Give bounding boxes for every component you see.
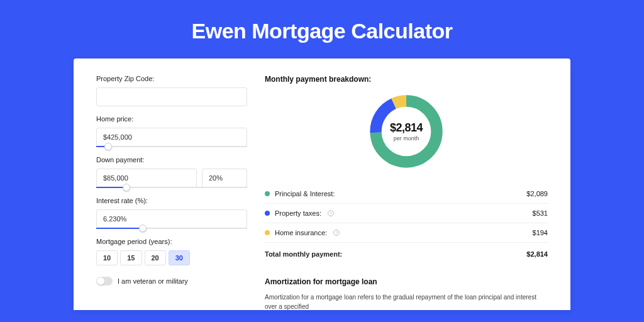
- legend-value: $531: [533, 209, 548, 217]
- amortization-text: Amortization for a mortgage loan refers …: [265, 292, 548, 310]
- period-btn-10[interactable]: 10: [96, 250, 118, 265]
- legend-dot: [265, 211, 270, 216]
- rate-field: Interest rate (%):: [96, 197, 247, 229]
- period-options: 10152030: [96, 250, 247, 265]
- legend-label-text: Home insurance:: [275, 229, 327, 236]
- veteran-toggle[interactable]: [96, 277, 113, 286]
- slider-fill: [96, 228, 143, 229]
- info-icon[interactable]: ?: [333, 230, 340, 236]
- calculator-card: Property Zip Code: Home price: Down paym…: [74, 58, 570, 310]
- home-price-label: Home price:: [96, 115, 247, 123]
- period-btn-15[interactable]: 15: [120, 250, 142, 265]
- down-payment-input[interactable]: [96, 169, 197, 187]
- zip-label: Property Zip Code:: [96, 75, 247, 82]
- legend-label: Principal & Interest:: [265, 190, 335, 197]
- down-payment-pct-input[interactable]: [202, 169, 247, 187]
- legend-row: Home insurance:?$194: [265, 223, 548, 243]
- home-price-input[interactable]: [96, 128, 247, 147]
- breakdown-panel: Monthly payment breakdown: $2,814 per mo…: [265, 75, 548, 310]
- legend-value: $194: [533, 229, 548, 236]
- period-field: Mortgage period (years): 10152030: [96, 238, 247, 265]
- period-label: Mortgage period (years):: [96, 238, 247, 245]
- legend-label-text: Principal & Interest:: [275, 190, 335, 197]
- toggle-knob: [97, 277, 104, 285]
- legend-label-text: Property taxes:: [275, 209, 321, 217]
- legend-label: Home insurance:?: [265, 229, 340, 236]
- form-panel: Property Zip Code: Home price: Down paym…: [96, 75, 247, 310]
- donut-sub: per month: [394, 135, 419, 142]
- veteran-label: I am veteran or military: [118, 277, 188, 285]
- page-title: Ewen Mortgage Calculator: [0, 0, 644, 58]
- amortization-block: Amortization for mortgage loan Amortizat…: [265, 277, 548, 310]
- amortization-title: Amortization for mortgage loan: [265, 277, 548, 286]
- legend-label: Property taxes:?: [265, 209, 334, 217]
- breakdown-title: Monthly payment breakdown:: [265, 75, 548, 84]
- home-price-field: Home price:: [96, 115, 247, 147]
- period-btn-30[interactable]: 30: [169, 250, 190, 265]
- legend-total-label: Total monthly payment:: [265, 250, 342, 258]
- legend-value: $2,089: [526, 190, 548, 197]
- donut-center: $2,814 per month: [366, 91, 447, 172]
- info-icon[interactable]: ?: [328, 210, 334, 216]
- legend-list: Principal & Interest:$2,089Property taxe…: [265, 184, 548, 243]
- veteran-row: I am veteran or military: [96, 277, 247, 286]
- slider-thumb[interactable]: [139, 225, 147, 232]
- donut-amount: $2,814: [390, 121, 423, 135]
- legend-row: Property taxes:?$531: [265, 204, 548, 223]
- legend-total-value: $2,814: [526, 250, 548, 258]
- legend-total-row: Total monthly payment: $2,814: [265, 243, 548, 264]
- slider-fill: [96, 187, 126, 188]
- zip-field: Property Zip Code:: [96, 75, 247, 106]
- zip-input[interactable]: [96, 87, 247, 106]
- period-btn-20[interactable]: 20: [145, 250, 166, 265]
- donut-chart: $2,814 per month: [366, 91, 447, 172]
- legend-row: Principal & Interest:$2,089: [265, 184, 548, 204]
- rate-slider[interactable]: [96, 228, 247, 229]
- down-payment-label: Down payment:: [96, 156, 247, 164]
- rate-input[interactable]: [96, 209, 247, 228]
- rate-label: Interest rate (%):: [96, 197, 247, 204]
- down-payment-slider[interactable]: [96, 187, 247, 188]
- donut-wrap: $2,814 per month: [265, 91, 548, 172]
- down-payment-field: Down payment:: [96, 156, 247, 188]
- slider-thumb[interactable]: [104, 143, 112, 150]
- legend-dot: [265, 191, 270, 196]
- slider-thumb[interactable]: [123, 184, 130, 191]
- home-price-slider[interactable]: [96, 146, 247, 147]
- legend-dot: [265, 230, 270, 235]
